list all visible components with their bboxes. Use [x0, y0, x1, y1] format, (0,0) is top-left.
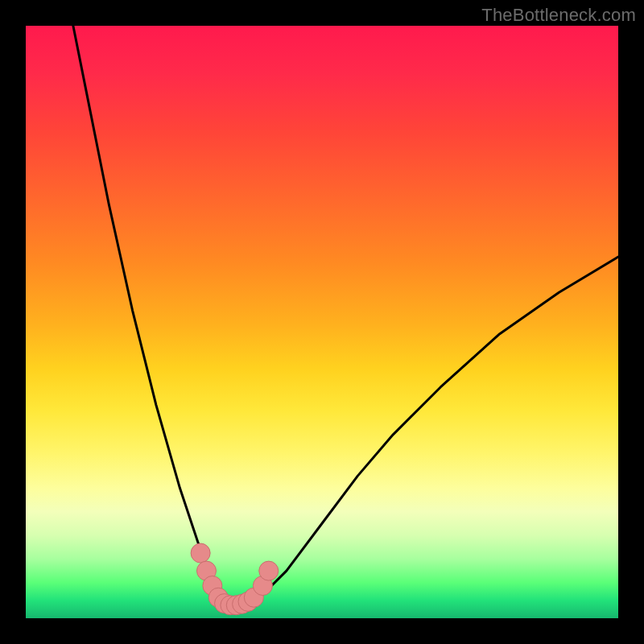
watermark-text: TheBottleneck.com	[481, 5, 636, 26]
plot-area	[26, 26, 618, 618]
markers-group	[191, 543, 279, 615]
curve-layer	[26, 26, 618, 618]
data-marker	[191, 543, 210, 563]
bottleneck-curve	[73, 26, 618, 606]
chart-frame: TheBottleneck.com	[0, 0, 644, 644]
data-marker	[259, 561, 279, 580]
